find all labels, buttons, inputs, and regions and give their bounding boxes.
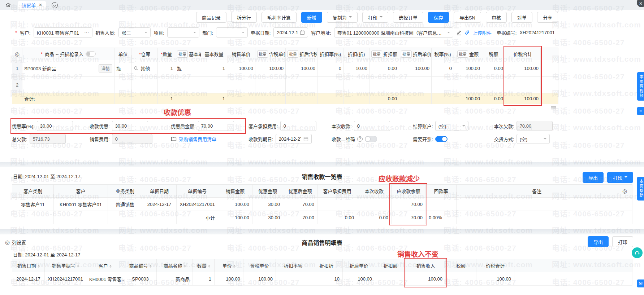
column-header[interactable]: 销售单据号 xyxy=(45,259,86,272)
folder-icon[interactable] xyxy=(171,136,177,141)
attachment-icon[interactable] xyxy=(464,30,470,35)
sort-icon[interactable] xyxy=(109,265,112,268)
batch-set-button[interactable]: 批量 xyxy=(257,50,268,58)
column-header[interactable]: 客户 xyxy=(86,259,124,272)
product-cell[interactable]: SP0003 新商品 详情 xyxy=(22,60,114,77)
account-select[interactable]: (空) xyxy=(435,121,468,131)
price-cell[interactable]: 100.00 xyxy=(227,60,255,77)
disc-rate-cell[interactable]: 0 xyxy=(317,60,343,77)
toolbar-button[interactable]: 导出SN xyxy=(454,12,481,23)
tax-rate-cell[interactable]: 0 xyxy=(432,60,454,77)
tax-price-cell[interactable]: 100.00 xyxy=(255,60,286,77)
batch-set-button[interactable]: 批量 xyxy=(457,50,468,58)
invoice-toggle[interactable] xyxy=(435,136,448,142)
help-question-icon[interactable]: ? xyxy=(357,136,363,142)
toolbar-button[interactable]: 拆分行 xyxy=(231,12,257,23)
column-header[interactable]: 销售日期 xyxy=(12,259,45,272)
after-discount-input[interactable] xyxy=(201,123,231,129)
column-header[interactable]: 含税单价 xyxy=(243,259,276,272)
gear-icon[interactable]: ◎ xyxy=(622,188,627,194)
tab-close-icon[interactable]: ✕ xyxy=(39,3,42,8)
customer-field[interactable]: ⋯ xyxy=(34,27,92,38)
batch-set-button[interactable]: 批量 xyxy=(288,50,298,58)
column-header[interactable]: 折扣折 xyxy=(310,259,343,272)
received-input[interactable] xyxy=(357,123,387,129)
column-header[interactable]: 单价 xyxy=(215,259,243,272)
department-select[interactable] xyxy=(216,27,248,38)
resize-handle[interactable] xyxy=(551,106,556,110)
rate-field[interactable] xyxy=(37,121,73,131)
customer-service-icon[interactable] xyxy=(632,247,643,258)
column-header[interactable]: 折扣额 xyxy=(375,259,406,272)
calendar-icon[interactable] xyxy=(303,136,308,141)
warehouse-cell[interactable]: 其他 xyxy=(132,60,158,77)
customer-fee-field[interactable] xyxy=(280,121,316,131)
batch-set-button[interactable]: 批量 xyxy=(177,50,188,58)
doc-date-input[interactable] xyxy=(277,30,298,35)
column-header[interactable]: 销售收入 xyxy=(406,259,446,272)
qty-cell[interactable]: 1 xyxy=(158,60,175,77)
project-select[interactable] xyxy=(167,27,200,38)
search-icon[interactable] xyxy=(134,66,138,71)
detail-button[interactable]: 详情 xyxy=(99,64,112,72)
sort-icon[interactable] xyxy=(233,265,235,268)
toolbar-button[interactable]: 对单 xyxy=(511,12,532,23)
toolbar-button[interactable]: 复制为 xyxy=(327,12,358,23)
toolbar-button[interactable]: 审核 xyxy=(486,12,507,23)
received-field[interactable] xyxy=(354,121,390,131)
expense-list-link[interactable]: 采购销售费用清单 xyxy=(179,136,216,142)
disc-amount-cell[interactable]: 0.00 xyxy=(369,60,399,77)
sort-icon[interactable] xyxy=(77,265,79,268)
column-header[interactable]: 价税合计 xyxy=(476,259,514,272)
edit-pencil-icon[interactable] xyxy=(456,30,462,35)
toolbar-button[interactable]: 选择订单 xyxy=(393,12,423,23)
toolbar-button[interactable]: 新增 xyxy=(301,12,322,23)
disc-tax-price-cell[interactable]: 100.00 xyxy=(286,60,317,77)
column-header[interactable]: 折后单价 xyxy=(343,259,375,272)
toolbar-button[interactable]: 保存 xyxy=(428,12,449,23)
column-header[interactable]: 折扣率% xyxy=(276,259,310,272)
upload-attachment-link[interactable]: 上传附件 xyxy=(473,29,492,36)
home-icon[interactable] xyxy=(4,1,13,9)
customer-picker-icon[interactable]: ⋯ xyxy=(84,30,89,35)
tab-sales-order[interactable]: 销货单 ✕ xyxy=(18,1,46,9)
detail-export-button[interactable]: 导出 xyxy=(588,236,609,247)
toolbar-button[interactable]: 商品记录 xyxy=(196,12,226,23)
sort-icon[interactable] xyxy=(184,265,186,268)
side-menu-icon[interactable]: ≡ xyxy=(637,107,644,115)
batch-set-button[interactable]: 批量 xyxy=(371,50,382,58)
barcode-scan-toggle[interactable] xyxy=(86,51,96,57)
column-header[interactable]: 商品名称 xyxy=(157,259,193,272)
due-date-field[interactable] xyxy=(276,134,312,144)
window-close-icon[interactable]: ✕ xyxy=(637,0,644,7)
delivery-select[interactable]: (空) xyxy=(517,134,550,144)
toolbar-button[interactable]: 打印 xyxy=(362,12,388,23)
address-select[interactable]: 零售01 1200000000 深圳南山科技园（客户信息联系地址） xyxy=(334,27,453,38)
remark-area[interactable] xyxy=(12,104,558,119)
history-icon[interactable] xyxy=(52,2,58,8)
sort-icon[interactable] xyxy=(38,265,40,268)
detail-print-button[interactable]: 打印 xyxy=(612,236,633,247)
salesperson-select[interactable]: 张三 xyxy=(118,27,151,38)
side-mail-icon[interactable]: ✉ xyxy=(637,279,644,287)
toolbar-button[interactable]: 分享 xyxy=(537,12,558,23)
receipt-print-button[interactable]: 打印 xyxy=(607,172,633,183)
due-date-input[interactable] xyxy=(279,136,301,142)
sort-icon[interactable] xyxy=(150,265,152,268)
disc-fold-cell[interactable]: 10.00 xyxy=(343,60,369,77)
discount-input[interactable] xyxy=(115,123,145,129)
side-tab-help[interactable]: 本页帮助 xyxy=(637,177,644,201)
column-header[interactable]: 商品编号 xyxy=(124,259,157,272)
toolbar-button[interactable]: 毛利率计算 xyxy=(262,12,297,23)
batch-set-button[interactable]: 批量 xyxy=(401,50,412,58)
customer-input[interactable] xyxy=(37,30,82,35)
qrcode-toggle[interactable] xyxy=(365,136,377,142)
column-header[interactable]: 税额 xyxy=(446,259,476,272)
column-header[interactable]: 数量 xyxy=(193,259,215,272)
receipt-export-button[interactable]: 导出 xyxy=(583,172,604,183)
after-discount-field[interactable] xyxy=(198,121,234,131)
sort-icon[interactable] xyxy=(208,265,210,268)
product-cell[interactable] xyxy=(22,77,114,93)
customer-fee-input[interactable] xyxy=(284,123,313,129)
calendar-icon[interactable] xyxy=(300,30,305,35)
